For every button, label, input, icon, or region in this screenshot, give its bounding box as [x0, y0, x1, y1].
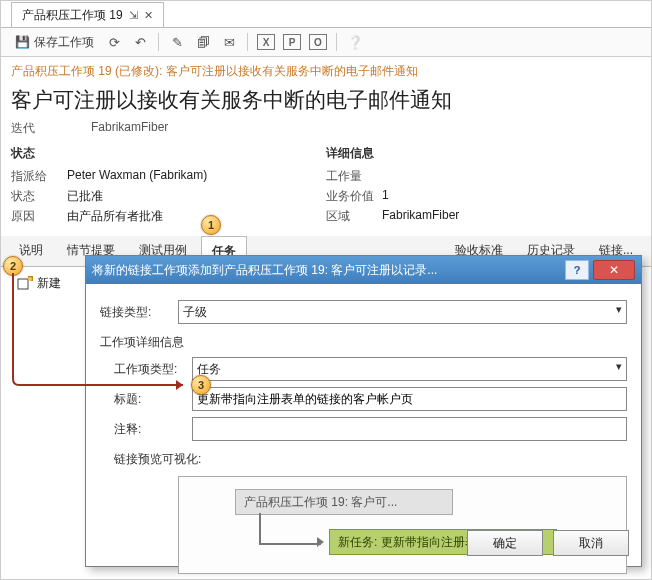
help-icon: ❔	[347, 35, 363, 50]
excel-button[interactable]: X	[254, 30, 278, 54]
state-value[interactable]: 已批准	[67, 188, 103, 205]
revert-button[interactable]: ↶	[128, 30, 152, 54]
state-header: 状态	[11, 145, 326, 162]
toolbar-separator	[158, 33, 159, 51]
witype-label: 工作项类型:	[114, 361, 192, 378]
add-linked-item-dialog: 将新的链接工作项添加到产品积压工作项 19: 客户可注册以记录... ? ✕ 链…	[85, 255, 642, 567]
ok-button[interactable]: 确定	[467, 530, 543, 556]
comment-label: 注释:	[114, 421, 192, 438]
link-type-label: 链接类型:	[100, 304, 178, 321]
toolbar: 💾 保存工作项 ⟳ ↶ ✎ 🗐 ✉ X P O ❔	[1, 28, 651, 57]
cancel-button[interactable]: 取消	[553, 530, 629, 556]
save-button[interactable]: 💾 保存工作项	[9, 31, 100, 53]
pin-icon[interactable]: ⇲	[129, 9, 138, 22]
title-label: 标题:	[114, 391, 192, 408]
title-input[interactable]	[192, 387, 627, 411]
new-task-button[interactable]: 新建	[11, 273, 67, 294]
svg-rect-0	[18, 279, 28, 289]
new-task-label: 新建	[37, 275, 61, 292]
document-tab-title: 产品积压工作项 19	[22, 7, 123, 24]
details-fieldset-label: 工作项详细信息	[100, 334, 627, 351]
document-tab-strip: 产品积压工作项 19 ⇲ ✕	[1, 1, 651, 28]
reason-label: 原因	[11, 208, 67, 225]
detail-header: 详细信息	[326, 145, 641, 162]
preview-label: 链接预览可视化:	[114, 451, 627, 468]
refresh-icon: ⟳	[109, 35, 120, 50]
iteration-value[interactable]: FabrikamFiber	[91, 120, 168, 137]
close-tab-icon[interactable]: ✕	[144, 9, 153, 22]
revert-icon: ↶	[135, 35, 146, 50]
excel-icon: X	[257, 34, 275, 50]
state-column: 状态 指派给Peter Waxman (Fabrikam) 状态已批准 原因由产…	[11, 145, 326, 228]
outlook-icon: O	[309, 34, 327, 50]
save-icon: 💾	[15, 35, 30, 49]
area-label: 区域	[326, 208, 382, 225]
preview-parent-node: 产品积压工作项 19: 客户可...	[235, 489, 453, 515]
reason-value[interactable]: 由产品所有者批准	[67, 208, 163, 225]
state-label: 状态	[11, 188, 67, 205]
link-preview: 产品积压工作项 19: 客户可... 新任务: 更新带指向注册表...	[178, 476, 627, 574]
assign-button[interactable]: ✎	[165, 30, 189, 54]
effort-label: 工作量	[326, 168, 382, 185]
svg-point-1	[28, 277, 32, 281]
details-grid: 状态 指派给Peter Waxman (Fabrikam) 状态已批准 原因由产…	[1, 145, 651, 228]
project-button[interactable]: P	[280, 30, 304, 54]
assigned-label: 指派给	[11, 168, 67, 185]
dialog-title: 将新的链接工作项添加到产品积压工作项 19: 客户可注册以记录...	[92, 262, 437, 279]
dialog-help-button[interactable]: ?	[565, 260, 589, 280]
dialog-close-button[interactable]: ✕	[593, 260, 635, 280]
annotation-badge-3: 3	[191, 375, 211, 395]
save-label: 保存工作项	[34, 34, 94, 51]
comment-input[interactable]	[192, 417, 627, 441]
preview-connector	[259, 513, 321, 545]
toolbar-separator	[336, 33, 337, 51]
copy-icon: 🗐	[197, 35, 210, 50]
work-item-editor: 产品积压工作项 19 ⇲ ✕ 💾 保存工作项 ⟳ ↶ ✎ 🗐 ✉ X P O ❔…	[0, 0, 652, 580]
annotation-badge-1: 1	[201, 215, 221, 235]
new-link-icon	[17, 276, 33, 292]
toolbar-separator	[247, 33, 248, 51]
link-type-value: 子级	[183, 304, 207, 321]
close-icon: ✕	[609, 263, 619, 277]
outlook-button[interactable]: O	[306, 30, 330, 54]
ok-label: 确定	[493, 535, 517, 552]
area-value[interactable]: FabrikamFiber	[382, 208, 459, 225]
bizval-value[interactable]: 1	[382, 188, 389, 205]
email-icon: ✉	[224, 35, 235, 50]
help-icon: ?	[574, 264, 581, 276]
iteration-row: 迭代 FabrikamFiber	[1, 120, 651, 145]
refresh-button[interactable]: ⟳	[102, 30, 126, 54]
page-title: 客户可注册以接收有关服务中断的电子邮件通知	[1, 86, 651, 120]
copy-button[interactable]: 🗐	[191, 30, 215, 54]
dialog-titlebar[interactable]: 将新的链接工作项添加到产品积压工作项 19: 客户可注册以记录... ? ✕	[86, 256, 641, 284]
iteration-label: 迭代	[11, 120, 67, 137]
detail-column: 详细信息 工作量 业务价值1 区域FabrikamFiber	[326, 145, 641, 228]
breadcrumb: 产品积压工作项 19 (已修改): 客户可注册以接收有关服务中断的电子邮件通知	[1, 57, 651, 86]
email-button[interactable]: ✉	[217, 30, 241, 54]
dialog-buttons: 确定 取消	[467, 530, 629, 556]
annotation-badge-2: 2	[3, 256, 23, 276]
document-tab[interactable]: 产品积压工作项 19 ⇲ ✕	[11, 2, 164, 27]
project-icon: P	[283, 34, 301, 50]
preview-arrow-icon	[317, 537, 324, 547]
cancel-label: 取消	[579, 535, 603, 552]
link-type-select[interactable]: 子级	[178, 300, 627, 324]
help-button[interactable]: ❔	[343, 30, 367, 54]
bizval-label: 业务价值	[326, 188, 382, 205]
assign-icon: ✎	[172, 35, 183, 50]
witype-select[interactable]: 任务	[192, 357, 627, 381]
assigned-value[interactable]: Peter Waxman (Fabrikam)	[67, 168, 207, 185]
